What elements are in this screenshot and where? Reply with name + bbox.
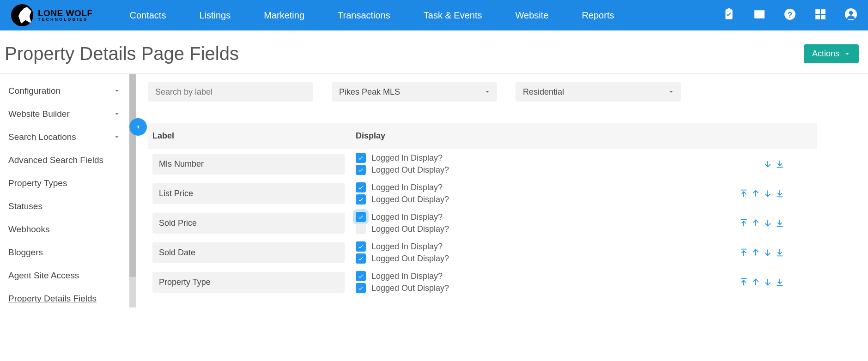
- table-body: Mls NumberLogged In Display?Logged Out D…: [148, 149, 817, 297]
- svg-text:?: ?: [788, 10, 793, 19]
- top-nav: LONE WOLF TECHNOLOGIES Contacts Listings…: [0, 0, 868, 30]
- move-top-icon[interactable]: [739, 277, 749, 287]
- move-bottom-icon[interactable]: [775, 247, 785, 258]
- sidebar-item-search-locations[interactable]: Search Locations: [8, 126, 129, 149]
- logged-out-checkbox[interactable]: [356, 224, 366, 234]
- display-checks: Logged In Display?Logged Out Display?: [356, 241, 449, 264]
- sidebar-item-statuses[interactable]: Statuses: [8, 195, 129, 218]
- sidebar-item-webhooks[interactable]: Webhooks: [8, 218, 129, 241]
- logged-out-label: Logged Out Display?: [371, 165, 449, 175]
- search-input[interactable]: [148, 82, 313, 102]
- field-label-input[interactable]: Sold Price: [152, 213, 345, 234]
- row-actions: [739, 277, 813, 287]
- field-label-input[interactable]: Property Type: [152, 272, 345, 293]
- scroll-thumb[interactable]: [129, 74, 136, 277]
- logged-in-checkbox[interactable]: [356, 241, 366, 252]
- nav-task-events[interactable]: Task & Events: [424, 10, 482, 21]
- logged-out-label: Logged Out Display?: [371, 224, 449, 234]
- logged-out-checkbox[interactable]: [356, 283, 366, 293]
- clipboard-icon[interactable]: [723, 8, 735, 22]
- filter-bar: Pikes Peak MLS Residential: [148, 82, 817, 102]
- mls-select[interactable]: Pikes Peak MLS: [332, 82, 497, 102]
- sidebar-item-website-builder[interactable]: Website Builder: [8, 102, 129, 126]
- table-row: List PriceLogged In Display?Logged Out D…: [148, 179, 817, 208]
- sidebar-item-property-types[interactable]: Property Types: [8, 172, 129, 195]
- move-up-icon[interactable]: [751, 247, 761, 258]
- nav-transactions[interactable]: Transactions: [338, 10, 390, 21]
- svg-point-7: [849, 11, 853, 15]
- logged-out-line: Logged Out Display?: [356, 253, 449, 264]
- move-bottom-icon[interactable]: [775, 188, 785, 199]
- logged-out-checkbox[interactable]: [356, 194, 366, 205]
- logged-out-line: Logged Out Display?: [356, 165, 449, 175]
- logged-in-line: Logged In Display?: [356, 153, 449, 163]
- move-top-icon[interactable]: [739, 218, 749, 228]
- logged-out-checkbox[interactable]: [356, 165, 366, 175]
- page-title: Property Details Page Fields: [5, 43, 239, 64]
- sidebar-item-label: Search Locations: [8, 132, 76, 142]
- property-type-select[interactable]: Residential: [516, 82, 681, 102]
- move-down-icon[interactable]: [763, 159, 773, 169]
- chevron-down-icon: [114, 111, 120, 117]
- collapse-sidebar-button[interactable]: [129, 118, 147, 136]
- move-down-icon[interactable]: [763, 188, 773, 199]
- move-top-icon[interactable]: [739, 188, 749, 199]
- sidebar-item-configuration[interactable]: Configuration: [8, 79, 129, 102]
- sidebar-item-bloggers[interactable]: Bloggers: [8, 241, 129, 264]
- help-icon[interactable]: ?: [784, 8, 796, 22]
- logged-in-checkbox[interactable]: [356, 212, 366, 222]
- logged-in-checkbox[interactable]: [356, 153, 366, 163]
- sidebar-item-advanced-search-fields[interactable]: Advanced Search Fields: [8, 149, 129, 172]
- actions-button[interactable]: Actions: [804, 44, 859, 63]
- table-header: Label Display: [148, 123, 817, 149]
- sidebar-item-label: Bloggers: [8, 247, 43, 258]
- svg-rect-2: [815, 9, 820, 14]
- sidebar: ConfigurationWebsite BuilderSearch Locat…: [0, 74, 129, 316]
- svg-rect-3: [821, 9, 826, 14]
- brand-sub: TECHNOLOGIES: [38, 18, 92, 22]
- logged-in-checkbox[interactable]: [356, 182, 366, 193]
- apps-icon[interactable]: [814, 8, 826, 22]
- sidebar-item-label: Configuration: [8, 86, 61, 96]
- nav-contacts[interactable]: Contacts: [129, 10, 166, 21]
- logged-out-label: Logged Out Display?: [371, 195, 449, 205]
- nav-marketing[interactable]: Marketing: [264, 10, 304, 21]
- logged-in-line: Logged In Display?: [356, 212, 449, 222]
- brand-name: LONE WOLF: [38, 9, 92, 18]
- logged-in-line: Logged In Display?: [356, 182, 449, 193]
- brand-logo[interactable]: LONE WOLF TECHNOLOGIES: [11, 4, 92, 26]
- sidebar-scrollbar[interactable]: [129, 74, 136, 307]
- page-header: Property Details Page Fields Actions: [0, 30, 868, 74]
- logged-in-label: Logged In Display?: [371, 183, 443, 193]
- logged-out-line: Logged Out Display?: [356, 194, 449, 205]
- logged-in-checkbox[interactable]: [356, 271, 366, 281]
- logged-out-line: Logged Out Display?: [356, 224, 449, 234]
- field-label-input[interactable]: List Price: [152, 183, 345, 204]
- nav-website[interactable]: Website: [516, 10, 549, 21]
- move-down-icon[interactable]: [763, 218, 773, 228]
- table-row: Property TypeLogged In Display?Logged Ou…: [148, 267, 817, 297]
- move-up-icon[interactable]: [751, 277, 761, 287]
- mail-icon[interactable]: [753, 8, 765, 22]
- move-bottom-icon[interactable]: [775, 277, 785, 287]
- move-up-icon[interactable]: [751, 218, 761, 228]
- sidebar-item-property-details-fields[interactable]: Property Details Fields: [8, 287, 129, 310]
- row-actions: [739, 218, 813, 228]
- nav-listings[interactable]: Listings: [199, 10, 231, 21]
- proptype-select-wrap: Residential: [516, 82, 681, 102]
- field-label-input[interactable]: Mls Number: [152, 154, 345, 174]
- move-down-icon[interactable]: [763, 277, 773, 287]
- move-down-icon[interactable]: [763, 247, 773, 258]
- move-up-icon[interactable]: [751, 188, 761, 199]
- nav-reports[interactable]: Reports: [582, 10, 614, 21]
- move-bottom-icon[interactable]: [775, 218, 785, 228]
- logged-out-checkbox[interactable]: [356, 253, 366, 264]
- logged-out-line: Logged Out Display?: [356, 283, 449, 293]
- table-row: Mls NumberLogged In Display?Logged Out D…: [148, 149, 817, 179]
- field-label-input[interactable]: Sold Date: [152, 242, 345, 263]
- sidebar-item-agent-site-access[interactable]: Agent Site Access: [8, 264, 129, 287]
- sidebar-item-label: Statuses: [8, 201, 42, 211]
- move-top-icon[interactable]: [739, 247, 749, 258]
- user-icon[interactable]: [845, 8, 857, 22]
- move-bottom-icon[interactable]: [775, 159, 785, 169]
